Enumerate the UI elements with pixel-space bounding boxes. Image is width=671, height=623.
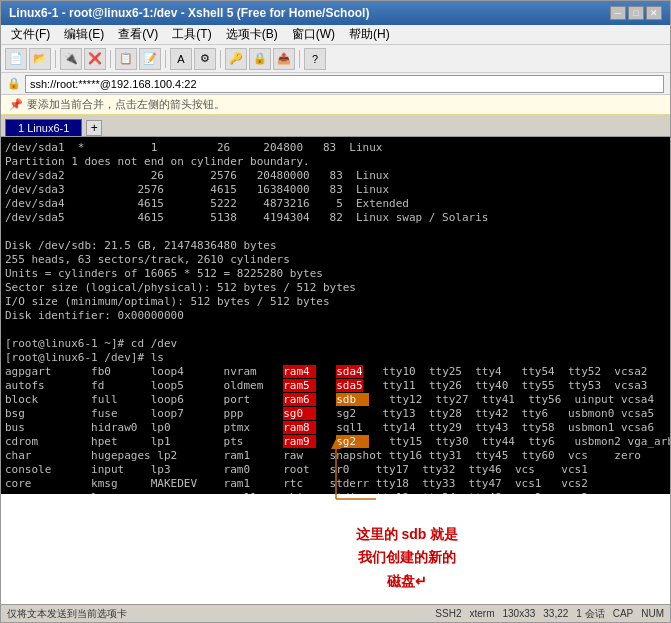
toolbar-copy[interactable]: 📋 xyxy=(115,48,137,70)
tab-bar: 1 Linux6-1 + xyxy=(1,115,670,137)
maximize-button[interactable]: □ xyxy=(628,6,644,20)
toolbar-connect[interactable]: 🔌 xyxy=(60,48,82,70)
menu-tab[interactable]: 选项卡(B) xyxy=(220,25,284,44)
window-controls: ─ □ ✕ xyxy=(610,6,662,20)
annotation-line3: 磁盘↵ xyxy=(356,570,459,594)
toolbar-sep5 xyxy=(299,50,300,68)
minimize-button[interactable]: ─ xyxy=(610,6,626,20)
status-num: NUM xyxy=(641,608,664,619)
status-right: SSH2 xterm 130x33 33,22 1 会话 CAP NUM xyxy=(435,607,664,621)
main-window: Linux6-1 - root@linux6-1:/dev - Xshell 5… xyxy=(0,0,671,623)
close-button[interactable]: ✕ xyxy=(646,6,662,20)
notice-text: 要添加当前合并，点击左侧的箭头按钮。 xyxy=(27,97,225,112)
toolbar-lock[interactable]: 🔒 xyxy=(249,48,271,70)
tab-linux6-1[interactable]: 1 Linux6-1 xyxy=(5,119,82,136)
title-bar: Linux6-1 - root@linux6-1:/dev - Xshell 5… xyxy=(1,1,670,25)
toolbar-sep2 xyxy=(110,50,111,68)
toolbar-font[interactable]: A xyxy=(170,48,192,70)
toolbar-disconnect[interactable]: ❌ xyxy=(84,48,106,70)
status-bar: 仅将文本发送到当前选项卡 SSH2 xterm 130x33 33,22 1 会… xyxy=(1,604,670,622)
status-caps: CAP xyxy=(613,608,634,619)
menu-bar: 文件(F) 编辑(E) 查看(V) 工具(T) 选项卡(B) 窗口(W) 帮助(… xyxy=(1,25,670,45)
status-sessions: 1 会话 xyxy=(576,607,604,621)
toolbar-new[interactable]: 📄 xyxy=(5,48,27,70)
toolbar-settings[interactable]: ⚙ xyxy=(194,48,216,70)
toolbar-sep1 xyxy=(55,50,56,68)
status-ssh: SSH2 xyxy=(435,608,461,619)
main-area: /dev/sda1 * 1 26 204800 83 Linux Partiti… xyxy=(1,137,670,604)
window-title: Linux6-1 - root@linux6-1:/dev - Xshell 5… xyxy=(9,6,369,20)
bottom-section: 这里的 sdb 就是 我们创建的新的 磁盘↵ xyxy=(1,494,670,604)
annotation-arrow xyxy=(296,434,416,504)
toolbar-sep3 xyxy=(165,50,166,68)
menu-tools[interactable]: 工具(T) xyxy=(166,25,217,44)
annotation-block: 这里的 sdb 就是 我们创建的新的 磁盘↵ xyxy=(356,523,459,594)
toolbar-open[interactable]: 📂 xyxy=(29,48,51,70)
toolbar: 📄 📂 🔌 ❌ 📋 📝 A ⚙ 🔑 🔒 📤 ? xyxy=(1,45,670,73)
svg-marker-1 xyxy=(331,439,341,449)
menu-window[interactable]: 窗口(W) xyxy=(286,25,341,44)
toolbar-paste[interactable]: 📝 xyxy=(139,48,161,70)
toolbar-transfer[interactable]: 📤 xyxy=(273,48,295,70)
status-message: 仅将文本发送到当前选项卡 xyxy=(7,607,127,621)
menu-view[interactable]: 查看(V) xyxy=(112,25,164,44)
toolbar-sep4 xyxy=(220,50,221,68)
status-pos: 33,22 xyxy=(543,608,568,619)
status-left: 仅将文本发送到当前选项卡 xyxy=(7,607,127,621)
status-term: xterm xyxy=(469,608,494,619)
tab-add-button[interactable]: + xyxy=(86,120,102,136)
notice-bar: 📌 要添加当前合并，点击左侧的箭头按钮。 xyxy=(1,95,670,115)
menu-file[interactable]: 文件(F) xyxy=(5,25,56,44)
toolbar-help[interactable]: ? xyxy=(304,48,326,70)
notice-icon: 📌 xyxy=(9,98,23,111)
address-icon: 🔒 xyxy=(7,77,21,90)
address-bar: 🔒 xyxy=(1,73,670,95)
menu-help[interactable]: 帮助(H) xyxy=(343,25,396,44)
annotation-line2: 我们创建的新的 xyxy=(356,546,459,570)
toolbar-key[interactable]: 🔑 xyxy=(225,48,247,70)
address-input[interactable] xyxy=(25,75,664,93)
status-cols: 130x33 xyxy=(502,608,535,619)
annotation-line1: 这里的 sdb 就是 xyxy=(356,523,459,547)
menu-edit[interactable]: 编辑(E) xyxy=(58,25,110,44)
